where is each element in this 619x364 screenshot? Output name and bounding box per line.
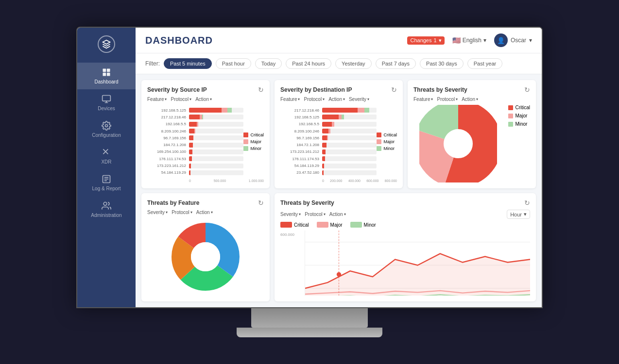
filter-action-threats[interactable]: Action: [462, 97, 478, 102]
language-selector[interactable]: 🇺🇸 English ▾: [452, 36, 486, 44]
refresh-source-ip[interactable]: ↻: [258, 86, 264, 94]
filter-protocol-threats[interactable]: Protocol: [437, 97, 458, 102]
ip-label: 173.223.161.212: [280, 149, 319, 154]
filter-protocol-feature[interactable]: Protocol: [172, 210, 192, 215]
bar-major: [328, 129, 330, 133]
sidebar-item-administration[interactable]: Administration: [77, 196, 136, 223]
filter-feature-source[interactable]: Feature: [147, 97, 167, 102]
hour-selector[interactable]: Hour ▾: [507, 210, 530, 219]
refresh-threats-line[interactable]: ↻: [524, 199, 530, 207]
changes-count: 1: [434, 37, 437, 43]
changes-badge[interactable]: Changes 1 ▾: [407, 36, 444, 45]
filter-severity-feature[interactable]: Severity: [147, 210, 168, 215]
sidebar-item-configuration[interactable]: Configuration: [77, 116, 136, 143]
legend-minor-line: Minor: [350, 222, 376, 228]
ip-label: 192.168.5.125: [147, 108, 186, 113]
legend-dot-major: [243, 139, 248, 144]
filter-past7d[interactable]: Past 7 days: [376, 58, 416, 69]
bar-critical: [189, 115, 200, 119]
bar-critical: [322, 122, 332, 127]
chart-area-source-ip: 192.168.5.125 217.12.218.46: [147, 105, 264, 178]
table-row: 54.184.119.29: [280, 163, 377, 169]
table-row: 96.7.169.156: [280, 134, 377, 141]
filter-pasthour[interactable]: Past hour: [216, 58, 251, 69]
bar-major: [197, 122, 198, 127]
filter-past5min[interactable]: Past 5 minutes: [164, 58, 212, 69]
table-row: 8.209.100.246: [280, 128, 377, 134]
table-row: 192.168.5.125: [280, 114, 377, 120]
ip-label: 192.168.5.5: [147, 122, 186, 126]
svg-rect-4: [103, 96, 111, 101]
svg-point-15: [191, 242, 220, 271]
chart-area-dest-ip: 217.12.218.46 192.168.5.125: [280, 105, 397, 178]
svg-point-7: [103, 202, 107, 206]
bar-track: [189, 135, 243, 140]
filter-feature-dest[interactable]: Feature: [280, 97, 300, 102]
card-title-threats-feature: Threats by Feature: [147, 199, 199, 206]
bar-chart-dest-ip: 217.12.218.46 192.168.5.125: [280, 105, 377, 178]
card-header-source-ip: Severity by Source IP ↻: [147, 86, 264, 94]
x-label: 500.000: [214, 179, 226, 182]
filter-today[interactable]: Today: [255, 58, 282, 69]
x-axis-dest-ip: 0 200.000 400.000 600.000 800.000: [280, 178, 397, 182]
table-row: 217.12.218.46: [280, 107, 377, 114]
legend-label-major: Major: [383, 139, 395, 144]
changes-label: Changes: [410, 37, 431, 43]
bar-track: [189, 115, 243, 119]
filter-past30d[interactable]: Past 30 days: [420, 58, 464, 69]
sidebar-item-log-report[interactable]: Log & Report: [77, 169, 136, 196]
bar-minor: [364, 108, 369, 113]
card-threats-feature: Threats by Feature ↻ Severity Protocol A…: [141, 193, 270, 301]
filter-action-source[interactable]: Action: [195, 97, 212, 102]
table-row: 192.168.5.5: [280, 121, 377, 128]
filter-severity-line[interactable]: Severity: [280, 212, 301, 217]
bar-track: [322, 170, 377, 175]
page-title: DASHBOARD: [145, 35, 213, 46]
chart-filters-line: Severity Protocol Action: [280, 212, 346, 217]
filter-protocol-source[interactable]: Protocol: [171, 97, 191, 102]
filter-action-line[interactable]: Action: [329, 212, 346, 217]
sidebar-item-dashboard[interactable]: Dashboard: [77, 63, 136, 89]
chart-filters-threats-pie: Feature Protocol Action: [413, 97, 530, 102]
ip-label: 23.47.52.180: [280, 170, 319, 175]
bar-major: [222, 108, 227, 113]
ip-label: 54.184.119.29: [280, 164, 319, 168]
refresh-threats-pie[interactable]: ↻: [524, 86, 530, 94]
legend-critical-line: Critical: [280, 222, 309, 228]
refresh-threats-feature[interactable]: ↻: [258, 199, 264, 207]
bar-track: [322, 156, 377, 161]
card-threats-severity-line: Threats by Severity ↻ Severity Protocol …: [275, 193, 536, 301]
chart-area-threats-pie: Critical Major Minor: [413, 105, 530, 182]
filter-action-feature[interactable]: Action: [196, 210, 213, 215]
user-menu[interactable]: 👤 Oscar ▾: [494, 33, 532, 47]
filter-feature-threats[interactable]: Feature: [413, 97, 433, 102]
table-row: 184.72.1.208: [147, 142, 243, 149]
sidebar-item-devices[interactable]: Devices: [77, 89, 136, 116]
ip-label: 217.12.218.46: [147, 115, 186, 119]
x-axis-source-ip: 0 500.000 1.000.000: [147, 178, 264, 182]
bar-critical: [322, 156, 325, 161]
filter-yesterday[interactable]: Yesterday: [335, 58, 372, 69]
changes-chevron: ▾: [439, 37, 442, 44]
card-threats-severity-pie: Threats by Severity ↻ Feature Protocol A…: [408, 80, 536, 188]
refresh-dest-ip[interactable]: ↻: [391, 86, 397, 94]
table-row: 192.168.5.5: [147, 121, 243, 128]
ip-label: 192.168.5.5: [280, 122, 319, 126]
bar-track: [322, 164, 377, 168]
x-label: 0: [322, 179, 324, 182]
filter-action-dest[interactable]: Action: [328, 97, 345, 102]
legend-label-minor: Minor: [515, 121, 527, 127]
bar-track: [322, 108, 377, 113]
filter-protocol-line[interactable]: Protocol: [305, 212, 326, 217]
language-label: English: [463, 37, 481, 44]
bar-track: [322, 135, 377, 140]
bar-track: [189, 170, 243, 175]
filter-past24h[interactable]: Past 24 hours: [286, 58, 331, 69]
sidebar-item-xdr[interactable]: XDR: [77, 143, 136, 169]
filter-pastyear[interactable]: Past year: [467, 58, 502, 69]
legend-block-critical: [280, 222, 292, 228]
table-row: 217.12.218.46: [147, 114, 243, 120]
filter-severity-dest[interactable]: Severity: [349, 97, 369, 102]
filter-protocol-dest[interactable]: Protocol: [304, 97, 325, 102]
dashboard-grid: Severity by Source IP ↻ Feature Protocol…: [136, 74, 542, 307]
